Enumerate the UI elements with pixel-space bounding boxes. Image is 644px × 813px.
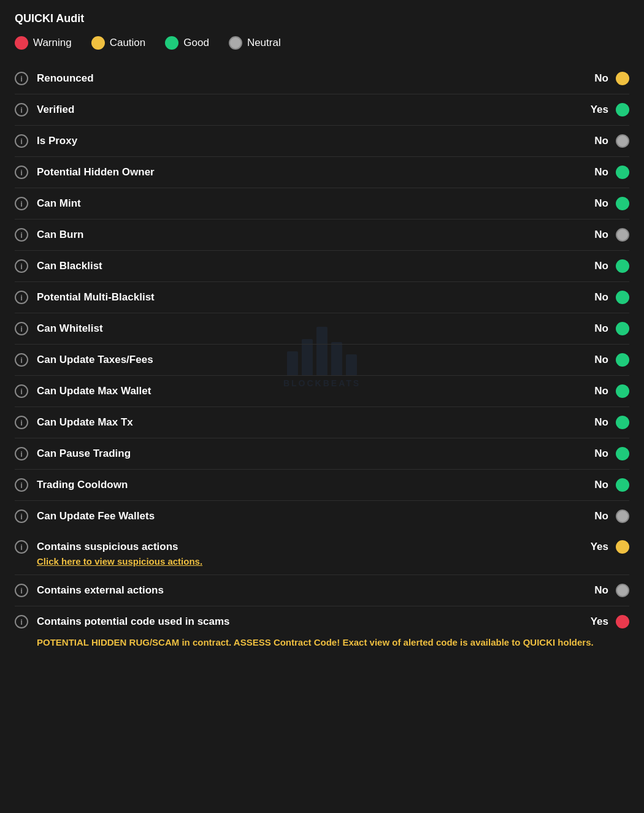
- label-suspicious: Contains suspicious actions: [37, 541, 590, 553]
- suspicious-actions-link[interactable]: Click here to view suspicious actions.: [37, 556, 202, 567]
- row-can-blacklist: iCan BlacklistNo: [15, 251, 629, 282]
- status-dot-can-pause-trading: [616, 447, 629, 460]
- status-dot-can-update-taxes: [616, 353, 629, 367]
- label-is-proxy: Is Proxy: [37, 135, 590, 147]
- value-verified: Yes: [590, 104, 608, 116]
- value-is-proxy: No: [590, 135, 608, 147]
- row-can-update-taxes: iCan Update Taxes/FeesNo: [15, 345, 629, 376]
- info-icon-suspicious[interactable]: i: [15, 540, 28, 554]
- row-can-burn: iCan BurnNo: [15, 219, 629, 251]
- value-can-blacklist: No: [590, 260, 608, 272]
- label-can-whitelist: Can Whitelist: [37, 323, 590, 335]
- neutral-dot: [229, 36, 242, 50]
- value-can-whitelist: No: [590, 323, 608, 335]
- row-can-whitelist: iCan WhitelistNo: [15, 313, 629, 345]
- status-dot-external: [616, 584, 629, 597]
- label-scam: Contains potential code used in scams: [37, 616, 590, 628]
- status-dot-can-update-max-tx: [616, 416, 629, 429]
- row-suspicious: i Contains suspicious actions Yes: [15, 532, 629, 556]
- status-dot-trading-cooldown: [616, 478, 629, 492]
- row-suspicious-extra: Click here to view suspicious actions.: [15, 556, 629, 575]
- info-icon-can-burn[interactable]: i: [15, 228, 28, 242]
- value-can-burn: No: [590, 229, 608, 241]
- info-icon-potential-multi-blacklist[interactable]: i: [15, 291, 28, 304]
- audit-rows: iRenouncedNoiVerifiedYesiIs ProxyNoiPote…: [15, 63, 629, 532]
- row-is-proxy: iIs ProxyNo: [15, 126, 629, 157]
- value-can-update-max-tx: No: [590, 416, 608, 429]
- info-icon-can-whitelist[interactable]: i: [15, 322, 28, 335]
- label-trading-cooldown: Trading Cooldown: [37, 479, 590, 491]
- status-dot-potential-multi-blacklist: [616, 291, 629, 304]
- status-dot-can-update-fee-wallets: [616, 510, 629, 523]
- label-can-update-max-tx: Can Update Max Tx: [37, 416, 590, 429]
- info-icon-can-update-taxes[interactable]: i: [15, 353, 28, 367]
- label-can-update-taxes: Can Update Taxes/Fees: [37, 354, 590, 366]
- info-icon-can-mint[interactable]: i: [15, 197, 28, 210]
- row-potential-multi-blacklist: iPotential Multi-BlacklistNo: [15, 282, 629, 313]
- label-potential-multi-blacklist: Potential Multi-Blacklist: [37, 291, 590, 303]
- row-can-update-fee-wallets: iCan Update Fee WalletsNo: [15, 501, 629, 532]
- row-verified: iVerifiedYes: [15, 94, 629, 126]
- label-verified: Verified: [37, 104, 590, 116]
- status-dot-can-update-max-wallet: [616, 384, 629, 398]
- status-dot-scam: [616, 615, 629, 628]
- value-can-update-taxes: No: [590, 354, 608, 366]
- status-dot-potential-hidden-owner: [616, 166, 629, 179]
- legend-item-neutral: Neutral: [229, 36, 281, 50]
- row-renounced: iRenouncedNo: [15, 63, 629, 94]
- label-can-pause-trading: Can Pause Trading: [37, 448, 590, 460]
- legend-item-warning: Warning: [15, 36, 72, 50]
- value-scam: Yes: [590, 616, 608, 628]
- info-icon-trading-cooldown[interactable]: i: [15, 478, 28, 492]
- row-trading-cooldown: iTrading CooldownNo: [15, 470, 629, 501]
- value-can-update-max-wallet: No: [590, 385, 608, 397]
- status-dot-can-blacklist: [616, 259, 629, 273]
- scam-warning: POTENTIAL HIDDEN RUG/SCAM in contract. A…: [15, 631, 629, 652]
- good-dot: [165, 36, 178, 50]
- info-icon-can-blacklist[interactable]: i: [15, 259, 28, 273]
- value-renounced: No: [590, 72, 608, 85]
- row-can-update-max-tx: iCan Update Max TxNo: [15, 407, 629, 438]
- status-dot-suspicious: [616, 540, 629, 554]
- caution-dot: [91, 36, 105, 50]
- legend-item-good: Good: [165, 36, 209, 50]
- value-suspicious: Yes: [590, 541, 608, 553]
- info-icon-can-pause-trading[interactable]: i: [15, 447, 28, 460]
- value-potential-multi-blacklist: No: [590, 291, 608, 303]
- info-icon-can-update-max-wallet[interactable]: i: [15, 384, 28, 398]
- label-can-update-max-wallet: Can Update Max Wallet: [37, 385, 590, 397]
- info-icon-can-update-fee-wallets[interactable]: i: [15, 510, 28, 523]
- label-can-burn: Can Burn: [37, 229, 590, 241]
- info-icon-potential-hidden-owner[interactable]: i: [15, 166, 28, 179]
- info-icon-renounced[interactable]: i: [15, 72, 28, 85]
- row-can-pause-trading: iCan Pause TradingNo: [15, 438, 629, 470]
- row-potential-hidden-owner: iPotential Hidden OwnerNo: [15, 157, 629, 188]
- info-icon-verified[interactable]: i: [15, 103, 28, 116]
- value-trading-cooldown: No: [590, 479, 608, 491]
- info-icon-is-proxy[interactable]: i: [15, 134, 28, 148]
- status-dot-is-proxy: [616, 134, 629, 148]
- good-label: Good: [183, 37, 209, 49]
- value-can-pause-trading: No: [590, 448, 608, 460]
- label-renounced: Renounced: [37, 72, 590, 85]
- value-external: No: [590, 584, 608, 597]
- info-icon-scam[interactable]: i: [15, 615, 28, 628]
- label-potential-hidden-owner: Potential Hidden Owner: [37, 166, 590, 178]
- info-icon-can-update-max-tx[interactable]: i: [15, 416, 28, 429]
- status-dot-renounced: [616, 72, 629, 85]
- value-potential-hidden-owner: No: [590, 166, 608, 178]
- legend: Warning Caution Good Neutral: [15, 36, 629, 50]
- value-can-update-fee-wallets: No: [590, 510, 608, 522]
- status-dot-can-whitelist: [616, 322, 629, 335]
- warning-label: Warning: [33, 37, 72, 49]
- row-can-mint: iCan MintNo: [15, 188, 629, 219]
- audit-content: BLOCKBEATS iRenouncedNoiVerifiedYesiIs P…: [15, 63, 629, 652]
- row-can-update-max-wallet: iCan Update Max WalletNo: [15, 376, 629, 407]
- info-icon-external[interactable]: i: [15, 584, 28, 597]
- warning-dot: [15, 36, 28, 50]
- legend-item-caution: Caution: [91, 36, 146, 50]
- value-can-mint: No: [590, 197, 608, 210]
- label-can-update-fee-wallets: Can Update Fee Wallets: [37, 510, 590, 522]
- neutral-label: Neutral: [247, 37, 281, 49]
- label-can-mint: Can Mint: [37, 197, 590, 210]
